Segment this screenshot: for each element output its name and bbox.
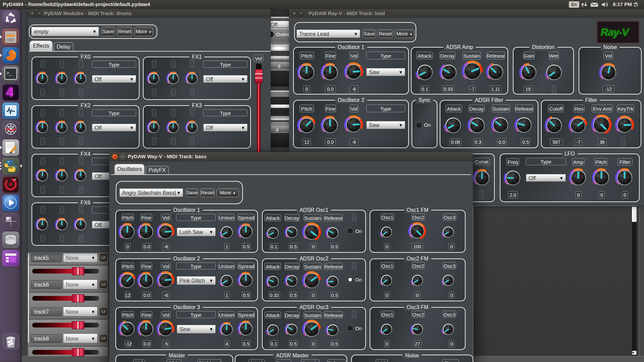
svg-text:>_: >_ <box>6 70 12 76</box>
svg-text:4: 4 <box>6 85 13 99</box>
